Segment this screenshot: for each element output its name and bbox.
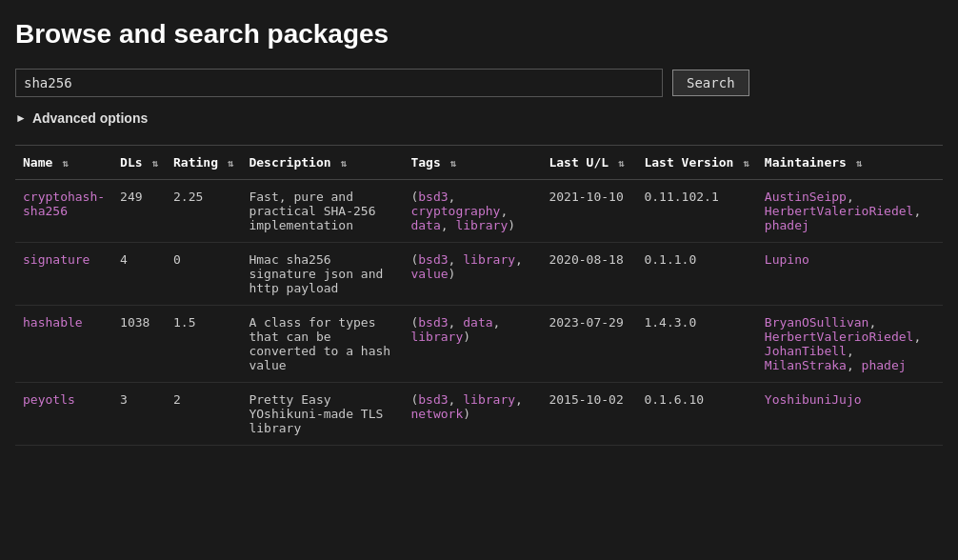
tag-link[interactable]: library	[410, 330, 463, 344]
package-last-version: 1.4.3.0	[636, 306, 756, 383]
package-maintainers: Lupino	[757, 243, 943, 306]
sort-icon-rating: ⇅	[228, 157, 234, 170]
package-last-ul: 2015-10-02	[541, 383, 636, 446]
package-description: A class for types that can be converted …	[241, 306, 403, 383]
package-last-ul: 2020-08-18	[541, 243, 636, 306]
col-header-lastul[interactable]: Last U/L ⇅	[541, 146, 636, 180]
sort-icon-lastver: ⇅	[743, 157, 749, 170]
maintainer-link[interactable]: phadej	[862, 358, 907, 372]
col-header-maintainers[interactable]: Maintainers ⇅	[757, 146, 943, 180]
package-name[interactable]: hashable	[23, 315, 83, 330]
package-rating: 1.5	[166, 306, 241, 383]
search-row: Search	[15, 69, 943, 97]
package-maintainers: BryanOSullivan, HerbertValerioRiedel, Jo…	[757, 306, 943, 383]
table-row: peyotls32Pretty Easy YOshikuni-made TLS …	[15, 383, 943, 446]
tag-link[interactable]: bsd3	[418, 190, 448, 204]
package-name[interactable]: cryptohash-sha256	[23, 190, 105, 218]
package-dls: 249	[112, 180, 166, 243]
tag-link[interactable]: bsd3	[418, 392, 448, 407]
tag-link[interactable]: library	[463, 252, 515, 267]
tag-link[interactable]: data	[463, 315, 492, 330]
advanced-options-label: Advanced options	[32, 110, 148, 126]
package-last-version: 0.11.102.1	[636, 180, 756, 243]
package-maintainers: AustinSeipp, HerbertValerioRiedel, phade…	[757, 180, 943, 243]
maintainer-link[interactable]: JohanTibell	[765, 344, 847, 358]
tag-link[interactable]: network	[410, 407, 463, 421]
package-dls: 4	[112, 243, 166, 306]
col-header-tags[interactable]: Tags ⇅	[403, 146, 541, 180]
page-wrapper: Browse and search packages Search ► Adva…	[0, 0, 958, 465]
package-tags: (bsd3, cryptography, data, library)	[403, 180, 541, 243]
sort-icon-dls: ⇅	[151, 157, 158, 170]
table-header: Name ⇅ DLs ⇅ Rating ⇅ Description ⇅ Tags…	[15, 146, 943, 180]
package-rating: 0	[166, 243, 241, 306]
col-header-lastver[interactable]: Last Version ⇅	[636, 146, 756, 180]
tag-link[interactable]: bsd3	[418, 252, 448, 267]
results-table: Name ⇅ DLs ⇅ Rating ⇅ Description ⇅ Tags…	[15, 145, 943, 446]
tag-link[interactable]: library	[455, 218, 508, 232]
tag-link[interactable]: cryptography	[410, 204, 500, 218]
sort-icon-name: ⇅	[62, 157, 69, 170]
maintainer-link[interactable]: MilanStraka	[765, 358, 847, 372]
tag-link[interactable]: value	[410, 267, 448, 281]
sort-icon-lastul: ⇅	[618, 157, 625, 170]
table-row: cryptohash-sha2562492.25Fast, pure and p…	[15, 180, 943, 243]
package-tags: (bsd3, data, library)	[403, 306, 541, 383]
col-header-name[interactable]: Name ⇅	[15, 146, 112, 180]
package-description: Pretty Easy YOshikuni-made TLS library	[241, 383, 403, 446]
page-title: Browse and search packages	[15, 19, 943, 50]
sort-icon-maintainers: ⇅	[856, 157, 863, 170]
package-last-version: 0.1.1.0	[636, 243, 756, 306]
table-body: cryptohash-sha2562492.25Fast, pure and p…	[15, 180, 943, 446]
maintainer-link[interactable]: HerbertValerioRiedel	[765, 204, 914, 218]
maintainer-link[interactable]: HerbertValerioRiedel	[765, 330, 914, 344]
package-last-ul: 2023-07-29	[541, 306, 636, 383]
search-button[interactable]: Search	[672, 70, 749, 96]
package-dls: 1038	[112, 306, 166, 383]
maintainer-link[interactable]: Lupino	[765, 252, 809, 267]
maintainer-link[interactable]: BryanOSullivan	[765, 315, 869, 330]
advanced-options-arrow: ►	[15, 111, 27, 125]
package-last-version: 0.1.6.10	[636, 383, 756, 446]
package-rating: 2	[166, 383, 241, 446]
package-rating: 2.25	[166, 180, 241, 243]
package-dls: 3	[112, 383, 166, 446]
tag-link[interactable]: data	[410, 218, 440, 232]
package-last-ul: 2021-10-10	[541, 180, 636, 243]
sort-icon-tags: ⇅	[450, 157, 457, 170]
package-name[interactable]: peyotls	[23, 392, 75, 407]
table-row: signature40Hmac sha256 signature json an…	[15, 243, 943, 306]
col-header-description[interactable]: Description ⇅	[241, 146, 403, 180]
table-row: hashable10381.5A class for types that ca…	[15, 306, 943, 383]
col-header-dls[interactable]: DLs ⇅	[112, 146, 166, 180]
tag-link[interactable]: library	[463, 392, 515, 407]
advanced-options-toggle[interactable]: ► Advanced options	[15, 110, 943, 126]
tag-link[interactable]: bsd3	[418, 315, 448, 330]
package-description: Fast, pure and practical SHA-256 impleme…	[241, 180, 403, 243]
package-tags: (bsd3, library, network)	[403, 383, 541, 446]
maintainer-link[interactable]: AustinSeipp	[765, 190, 847, 204]
package-description: Hmac sha256 signature json and http payl…	[241, 243, 403, 306]
search-input[interactable]	[15, 69, 663, 97]
package-maintainers: YoshibuniJujo	[757, 383, 943, 446]
maintainer-link[interactable]: YoshibuniJujo	[765, 392, 862, 407]
maintainer-link[interactable]: phadej	[765, 218, 809, 232]
package-tags: (bsd3, library, value)	[403, 243, 541, 306]
col-header-rating[interactable]: Rating ⇅	[166, 146, 241, 180]
sort-icon-description: ⇅	[340, 157, 347, 170]
package-name[interactable]: signature	[23, 252, 90, 267]
table-header-row: Name ⇅ DLs ⇅ Rating ⇅ Description ⇅ Tags…	[15, 146, 943, 180]
